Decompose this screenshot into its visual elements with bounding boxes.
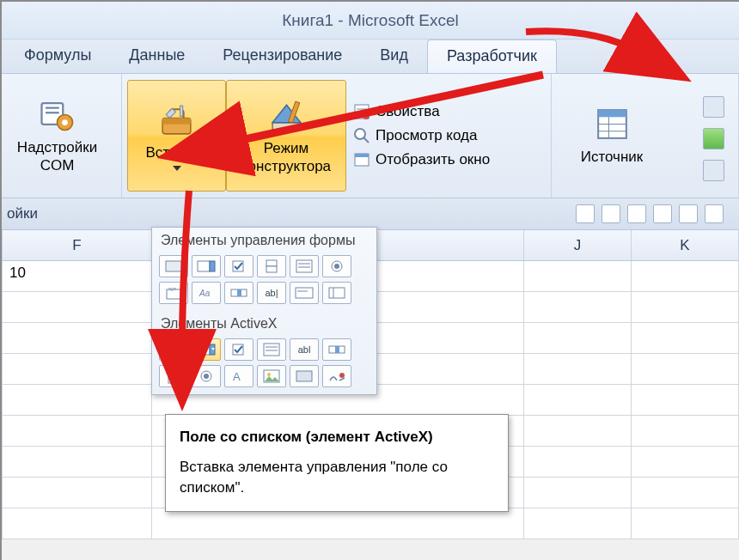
cell[interactable]: [524, 416, 632, 446]
tab-review[interactable]: Рецензирование: [204, 40, 361, 73]
form-spinner-control[interactable]: [257, 255, 286, 277]
toolbar-sort-icon[interactable]: [653, 204, 672, 223]
xml-refresh-button[interactable]: [703, 160, 724, 181]
group-label-fragment: ойки: [7, 205, 38, 222]
form-combo-list-control[interactable]: [290, 282, 319, 304]
cell[interactable]: [152, 508, 524, 539]
svg-rect-59: [296, 371, 312, 381]
tab-developer[interactable]: Разработчик: [427, 40, 557, 73]
cell[interactable]: [524, 323, 632, 353]
com-addins-button[interactable]: Надстройки COM: [6, 79, 109, 191]
svg-line-15: [363, 137, 369, 143]
activex-image-control[interactable]: [257, 365, 286, 387]
activex-morecontrols-control[interactable]: [322, 365, 351, 387]
svg-rect-28: [266, 266, 277, 272]
run-dialog-label: Отобразить окно: [376, 151, 490, 168]
form-optionbutton-control[interactable]: [322, 255, 351, 277]
xml-expansion-button[interactable]: [703, 128, 724, 149]
col-header-F[interactable]: F: [2, 230, 152, 260]
svg-rect-38: [237, 289, 241, 296]
toolbar-autosum-icon[interactable]: [679, 204, 698, 223]
cell[interactable]: [2, 323, 152, 353]
form-textfield-control[interactable]: ab|: [257, 282, 286, 304]
cell-J[interactable]: [524, 261, 632, 291]
form-groupbox-control[interactable]: xyz: [159, 282, 188, 304]
cell[interactable]: [524, 447, 632, 477]
activex-scrollbar-control[interactable]: [322, 338, 351, 361]
activex-commandbutton-control[interactable]: [159, 338, 188, 361]
tab-view[interactable]: Вид: [361, 40, 427, 73]
cell[interactable]: [632, 292, 739, 322]
svg-rect-8: [272, 123, 301, 130]
cell[interactable]: [2, 447, 152, 477]
activex-checkbox-control[interactable]: [224, 338, 253, 361]
toolbar-camera-icon[interactable]: [576, 204, 595, 223]
activex-togglebutton-control[interactable]: [290, 365, 319, 387]
form-controls-grid: xyz Aa ab|: [152, 252, 376, 311]
cell-F[interactable]: 10: [2, 261, 152, 291]
properties-button[interactable]: Свойства: [353, 103, 490, 120]
form-checkbox-control[interactable]: [224, 255, 253, 277]
design-mode-label: Режим конструктора: [241, 140, 331, 175]
cell[interactable]: [632, 354, 739, 384]
cell[interactable]: [2, 292, 152, 322]
design-mode-button[interactable]: Режим конструктора: [226, 80, 346, 192]
cell[interactable]: [524, 385, 632, 415]
activex-optionbutton-control[interactable]: [192, 365, 221, 387]
source-button[interactable]: Источник: [569, 80, 655, 192]
form-button-control[interactable]: [159, 255, 188, 277]
cell[interactable]: [2, 508, 152, 539]
activex-textbox-control[interactable]: abl: [290, 338, 319, 361]
group-label-bar: ойки: [2, 198, 739, 230]
activex-combobox-control[interactable]: [192, 338, 221, 361]
cell[interactable]: [524, 292, 632, 322]
cell[interactable]: [632, 323, 739, 353]
insert-button[interactable]: Вставить: [127, 80, 226, 192]
svg-rect-41: [329, 288, 345, 298]
ribbon-tabs: Формулы Данные Рецензирование Вид Разраб…: [2, 40, 739, 74]
insert-label: Вставить: [145, 144, 207, 161]
toolbar-pivottable-icon[interactable]: [627, 204, 646, 223]
tab-data[interactable]: Данные: [110, 40, 204, 73]
activex-listbox-control[interactable]: [257, 338, 286, 361]
col-header-K[interactable]: K: [632, 230, 739, 260]
view-code-button[interactable]: Просмотр кода: [353, 127, 490, 144]
cell[interactable]: [632, 385, 739, 415]
svg-rect-29: [296, 260, 312, 272]
cell[interactable]: [524, 508, 632, 539]
run-dialog-button[interactable]: Отобразить окно: [353, 151, 490, 168]
cell[interactable]: [524, 354, 632, 384]
svg-rect-39: [296, 288, 313, 298]
svg-rect-43: [166, 344, 181, 355]
cell-K[interactable]: [632, 261, 739, 291]
form-scrollbar-control[interactable]: [224, 282, 253, 304]
cell[interactable]: [524, 478, 632, 508]
svg-text:xyz: xyz: [168, 286, 176, 291]
cell[interactable]: [632, 416, 739, 446]
svg-point-4: [62, 119, 68, 125]
cell[interactable]: [632, 508, 739, 539]
svg-rect-47: [264, 344, 279, 356]
cell[interactable]: [2, 385, 152, 415]
tooltip-body: Вставка элемента управления "поле со спи…: [180, 457, 494, 499]
form-image-control[interactable]: [322, 282, 351, 304]
xml-map-properties-button[interactable]: [703, 96, 724, 118]
svg-point-33: [334, 264, 339, 269]
window-title: Книга1 - Microsoft Excel: [282, 11, 459, 30]
activex-label-control[interactable]: A: [224, 365, 253, 387]
toolbar-paste-icon[interactable]: [602, 204, 620, 223]
activex-spinbutton-control[interactable]: [159, 365, 188, 387]
cell[interactable]: [632, 478, 739, 508]
toolbar-print-icon[interactable]: [705, 204, 724, 223]
col-header-J[interactable]: J: [524, 230, 632, 260]
form-combobox-control[interactable]: [192, 255, 221, 277]
cell[interactable]: [2, 478, 152, 508]
form-listbox-control[interactable]: [290, 255, 319, 277]
property-sheet-icon: [353, 103, 370, 120]
form-label-control[interactable]: Aa: [192, 282, 221, 304]
cell[interactable]: [632, 447, 739, 477]
cell[interactable]: [2, 354, 152, 384]
svg-rect-17: [355, 154, 369, 157]
tab-formulas[interactable]: Формулы: [5, 40, 110, 73]
cell[interactable]: [2, 416, 152, 446]
